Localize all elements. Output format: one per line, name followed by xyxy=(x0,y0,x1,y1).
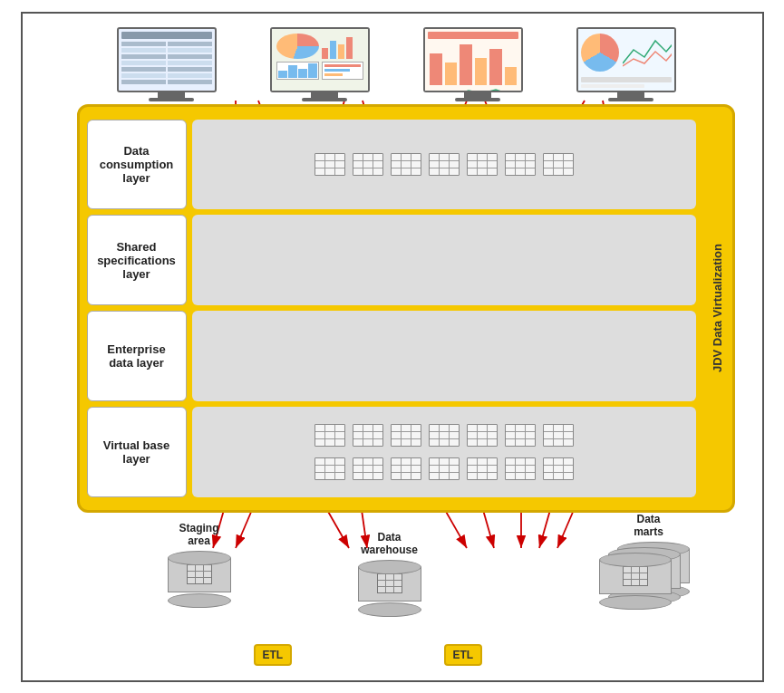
layer-label-virtual: Virtual baselayer xyxy=(87,407,187,497)
etl-label-1: ETL xyxy=(254,644,293,666)
mini-table xyxy=(467,424,498,447)
jdv-label-text: JDV Data Virtualization xyxy=(711,244,724,372)
datamarts-cylinders xyxy=(599,542,699,632)
db-group-datamarts: Data marts xyxy=(599,513,699,632)
staging-label: Staging area xyxy=(179,522,219,547)
cylinder-staging xyxy=(168,551,231,601)
layer-label-enterprise: Enterprisedata layer xyxy=(87,311,187,401)
warehouse-label: Data warehouse xyxy=(361,531,418,556)
mini-table xyxy=(353,153,383,176)
layer-row-enterprise: Enterprisedata layer xyxy=(87,311,696,401)
monitor-screen-4 xyxy=(576,27,676,92)
etl-label-2: ETL xyxy=(444,644,483,666)
layer-label-shared: Sharedspecificationslayer xyxy=(87,215,187,305)
mini-table xyxy=(505,424,536,447)
mini-table xyxy=(429,457,460,480)
mini-table xyxy=(543,424,574,447)
mini-table xyxy=(505,153,536,176)
layer-row-virtual: Virtual baselayer xyxy=(87,407,696,497)
db-group-warehouse: Data warehouse xyxy=(358,531,421,610)
mini-table xyxy=(353,424,383,447)
monitor-screen-1 xyxy=(117,27,217,92)
mini-table xyxy=(391,153,421,176)
staging-cylinder xyxy=(168,551,231,601)
monitor-4 xyxy=(576,27,685,104)
mini-table xyxy=(353,457,383,480)
etl-badge-1: ETL xyxy=(254,644,293,666)
layer-content-consumption xyxy=(192,120,696,210)
virtual-tables-row1 xyxy=(307,420,581,450)
mini-table xyxy=(505,457,536,480)
jdv-label: JDV Data Virtualization xyxy=(703,107,732,510)
mini-table xyxy=(429,424,460,447)
monitors-area xyxy=(95,18,708,104)
mini-table xyxy=(315,153,345,176)
monitor-screen-3 xyxy=(423,27,523,92)
layer-content-shared xyxy=(192,215,696,305)
diagram-container: JDV Data Virtualization Dataconsumptionl… xyxy=(21,12,764,682)
layer-label-consumption: Dataconsumptionlayer xyxy=(87,120,187,210)
mini-table xyxy=(543,153,574,176)
layer-content-enterprise xyxy=(192,311,696,401)
layer-row-consumption: Dataconsumptionlayer xyxy=(87,120,696,210)
monitor-2 xyxy=(270,27,379,104)
consumption-tables xyxy=(307,149,581,179)
etl-badge-2: ETL xyxy=(444,644,483,666)
monitor-1 xyxy=(117,27,226,104)
cylinder-warehouse xyxy=(358,560,421,610)
monitor-3 xyxy=(423,27,532,104)
mini-table xyxy=(391,457,421,480)
bottom-area: Staging area xyxy=(77,513,735,671)
mini-table xyxy=(315,424,345,447)
warehouse-cylinder xyxy=(358,560,421,610)
virtual-tables-row2 xyxy=(307,454,581,484)
datamarts-label: Data marts xyxy=(634,513,663,538)
layers-area: Dataconsumptionlayer xyxy=(80,114,703,503)
mini-table xyxy=(315,457,345,480)
mini-table xyxy=(543,457,574,480)
monitor-screen-2 xyxy=(270,27,370,92)
jdv-frame: JDV Data Virtualization Dataconsumptionl… xyxy=(77,104,735,513)
mini-table xyxy=(467,153,498,176)
mini-table xyxy=(391,424,421,447)
mini-table xyxy=(429,153,460,176)
mini-table xyxy=(467,457,498,480)
layer-row-shared: Sharedspecificationslayer xyxy=(87,215,696,305)
layer-content-virtual xyxy=(192,407,696,497)
db-group-staging: Staging area xyxy=(168,522,231,601)
